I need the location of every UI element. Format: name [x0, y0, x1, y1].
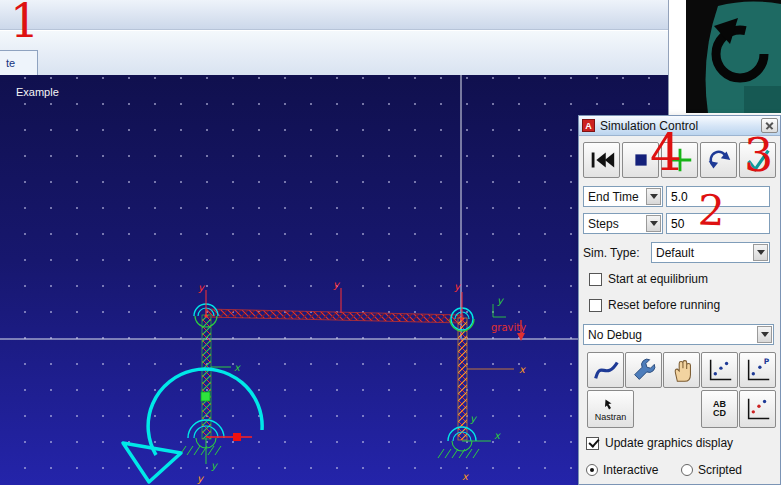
nastran-label: Nastran: [595, 413, 627, 422]
checkbox-box: [589, 299, 602, 312]
axis-label-x: x: [519, 364, 526, 375]
axis-label-x: x: [494, 430, 501, 441]
checkbox-box: [586, 437, 599, 450]
working-grid-axes: [0, 75, 669, 339]
axis-label-y: y: [470, 413, 477, 425]
end-time-input[interactable]: [666, 186, 770, 207]
toolbar-tab[interactable]: te: [0, 50, 38, 75]
model-canvas[interactable]: y y y y gravity: [0, 75, 669, 485]
radio-circle: [586, 464, 598, 476]
plot-p-button[interactable]: P: [739, 352, 776, 388]
debug-combo-value: No Debug: [588, 328, 642, 342]
radio-scripted[interactable]: Scripted: [681, 463, 742, 477]
curve-plot-icon: [591, 355, 621, 385]
link-right-vertical[interactable]: [458, 318, 467, 440]
checkbox-label: Reset before running: [608, 298, 720, 312]
axes-p-icon: P: [743, 355, 773, 385]
strip-chart-button[interactable]: [739, 390, 776, 428]
pan-tool-button[interactable]: [663, 352, 700, 388]
end-time-combo[interactable]: End Time: [583, 186, 663, 207]
wrench-icon: [629, 355, 659, 385]
link-horizontal[interactable]: [206, 309, 463, 323]
chevron-down-icon: [646, 188, 661, 205]
app-icon: A: [582, 119, 595, 132]
chevron-down-icon: [646, 215, 661, 232]
chevron-down-icon: [757, 326, 772, 343]
hand-icon: [667, 355, 697, 385]
end-time-combo-label: End Time: [588, 190, 639, 204]
axis-label-y: y: [333, 279, 340, 291]
axes-dots-icon: [705, 355, 735, 385]
rewind-button[interactable]: [583, 142, 620, 178]
sim-type-combo[interactable]: Default: [651, 242, 770, 263]
gravity-label: gravity: [491, 322, 526, 333]
joint-bottom-left[interactable]: [180, 420, 252, 464]
radio-circle: [681, 464, 693, 476]
panel-title: Simulation Control: [600, 119, 698, 133]
axis-label-y: y: [197, 473, 204, 485]
arrow-cursor-icon: [602, 397, 618, 413]
model-viewport[interactable]: Example: [0, 75, 669, 485]
stop-icon: [626, 145, 656, 175]
plot-tool-button[interactable]: [587, 352, 624, 388]
webcam-image: [686, 0, 781, 113]
checkbox-label: Update graphics display: [605, 436, 733, 450]
link-marker-square: [201, 392, 210, 401]
abcd-button[interactable]: AB CD: [701, 390, 738, 428]
toolbar-tab-label: te: [6, 57, 15, 69]
radio-label: Scripted: [698, 463, 742, 477]
toolbar-upper-band: [0, 0, 668, 30]
rewind-icon: [587, 145, 617, 175]
axis-label-y: y: [454, 281, 461, 293]
checkbox-box: [589, 273, 602, 286]
apply-button[interactable]: [739, 142, 776, 178]
play-button[interactable]: [661, 142, 698, 178]
steps-input[interactable]: [666, 213, 770, 234]
checkbox-reset-before-running[interactable]: Reset before running: [589, 298, 720, 312]
loop-arrows-icon: [704, 145, 734, 175]
radio-interactive[interactable]: Interactive: [586, 463, 658, 477]
steps-combo[interactable]: Steps: [583, 213, 663, 234]
top-toolbar: te: [0, 0, 669, 75]
chevron-down-icon: [753, 244, 768, 261]
axis-label-y: y: [497, 295, 504, 307]
stop-button[interactable]: [622, 142, 659, 178]
checkmark-icon: [743, 145, 773, 175]
checkbox-label: Start at equilibrium: [608, 272, 708, 286]
nastran-button[interactable]: Nastran: [587, 390, 634, 428]
checkbox-start-at-equilibrium[interactable]: Start at equilibrium: [589, 272, 708, 286]
axis-label-x: x: [234, 362, 241, 373]
settings-tool-button[interactable]: [625, 352, 662, 388]
reset-loop-button[interactable]: [700, 142, 737, 178]
toolbar-lower-band: [0, 31, 668, 75]
axis-label-x: x: [462, 471, 469, 482]
axis-label-y: y: [198, 282, 205, 294]
radio-label: Interactive: [603, 463, 658, 477]
debug-combo[interactable]: No Debug: [583, 324, 774, 345]
axes-red-dots-icon: [743, 394, 773, 424]
panel-titlebar[interactable]: A Simulation Control: [579, 116, 780, 136]
icon-letter-p: P: [763, 357, 769, 366]
simulation-control-panel: A Simulation Control: [578, 115, 781, 485]
webcam-overlay: [686, 0, 781, 113]
abcd-bottom: CD: [713, 409, 726, 418]
green-plus-icon: [665, 145, 695, 175]
scope-plot-button[interactable]: [701, 352, 738, 388]
axis-label-y: y: [211, 460, 218, 472]
screen: te Example: [0, 0, 781, 485]
close-button[interactable]: [761, 118, 778, 133]
steps-combo-label: Steps: [588, 217, 619, 231]
checkbox-update-graphics-display[interactable]: Update graphics display: [586, 436, 733, 450]
sim-type-label: Sim. Type:: [583, 246, 651, 260]
sim-type-value: Default: [656, 246, 694, 260]
